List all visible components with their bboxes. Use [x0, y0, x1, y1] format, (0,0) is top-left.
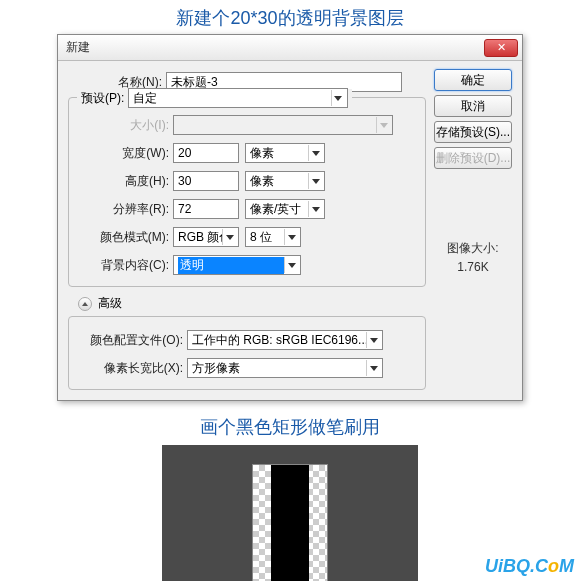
titlebar[interactable]: 新建 ✕: [58, 35, 522, 61]
height-unit-dropdown[interactable]: 像素: [245, 171, 325, 191]
ok-button[interactable]: 确定: [434, 69, 512, 91]
chevron-up-icon: [78, 297, 92, 311]
new-document-dialog: 新建 ✕ 名称(N): 预设(P): 自定 大小(I):: [57, 34, 523, 401]
color-profile-dropdown[interactable]: 工作中的 RGB: sRGB IEC6196...: [187, 330, 383, 350]
preset-dropdown[interactable]: 自定: [128, 88, 348, 108]
bit-depth-dropdown[interactable]: 8 位: [245, 227, 301, 247]
color-mode-dropdown[interactable]: RGB 颜色: [173, 227, 239, 247]
dialog-title: 新建: [62, 39, 484, 56]
chevron-down-icon: [376, 117, 390, 133]
artboard[interactable]: [253, 465, 327, 581]
advanced-group: 颜色配置文件(O): 工作中的 RGB: sRGB IEC6196... 像素长…: [68, 316, 426, 390]
chevron-down-icon: [284, 257, 298, 273]
label-size: 大小(I):: [75, 117, 173, 134]
delete-preset-button: 删除预设(D)...: [434, 147, 512, 169]
height-input[interactable]: [173, 171, 239, 191]
chevron-down-icon: [308, 145, 322, 161]
resolution-input[interactable]: [173, 199, 239, 219]
chevron-down-icon: [366, 360, 380, 376]
save-preset-button[interactable]: 存储预设(S)...: [434, 121, 512, 143]
chevron-down-icon: [331, 90, 345, 106]
label-background: 背景内容(C):: [75, 257, 173, 274]
background-dropdown[interactable]: 透明: [173, 255, 301, 275]
preset-group: 预设(P): 自定 大小(I): 宽度(W):: [68, 97, 426, 287]
caption-bottom: 画个黑色矩形做笔刷用: [0, 415, 580, 439]
watermark: UiBQ.CoM: [485, 556, 574, 577]
black-rectangle-shape: [271, 465, 309, 581]
label-color-profile: 颜色配置文件(O):: [75, 332, 187, 349]
caption-top: 新建个20*30的透明背景图层: [0, 0, 580, 34]
chevron-down-icon: [366, 332, 380, 348]
label-width: 宽度(W):: [75, 145, 173, 162]
cancel-button[interactable]: 取消: [434, 95, 512, 117]
pixel-aspect-dropdown[interactable]: 方形像素: [187, 358, 383, 378]
advanced-toggle[interactable]: 高级: [78, 295, 426, 312]
width-unit-dropdown[interactable]: 像素: [245, 143, 325, 163]
chevron-down-icon: [308, 173, 322, 189]
label-height: 高度(H):: [75, 173, 173, 190]
label-preset: 预设(P):: [81, 90, 124, 107]
width-input[interactable]: [173, 143, 239, 163]
chevron-down-icon: [308, 201, 322, 217]
close-button[interactable]: ✕: [484, 39, 518, 57]
label-resolution: 分辨率(R):: [75, 201, 173, 218]
resolution-unit-dropdown[interactable]: 像素/英寸: [245, 199, 325, 219]
size-dropdown: [173, 115, 393, 135]
label-color-mode: 颜色模式(M):: [75, 229, 173, 246]
chevron-down-icon: [222, 229, 236, 245]
image-size-info: 图像大小: 1.76K: [434, 239, 512, 277]
chevron-down-icon: [284, 229, 298, 245]
label-pixel-aspect: 像素长宽比(X):: [75, 360, 187, 377]
canvas-area: [162, 445, 418, 581]
